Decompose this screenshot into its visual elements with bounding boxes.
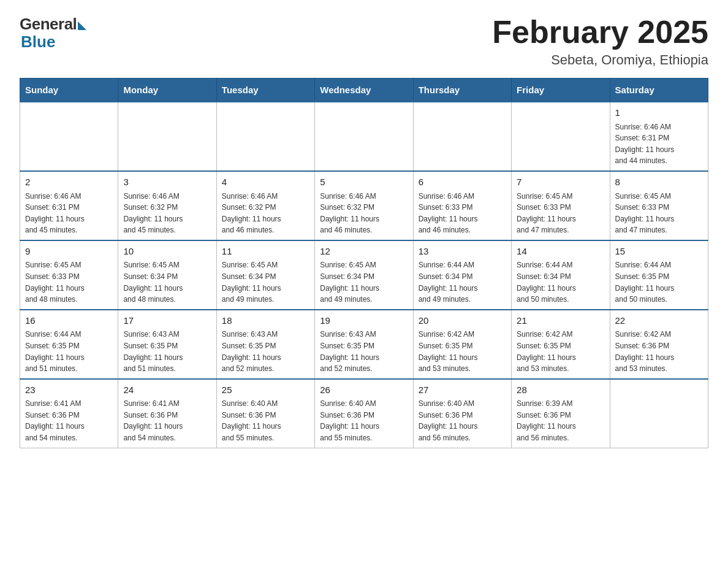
calendar-cell: 24Sunrise: 6:41 AMSunset: 6:36 PMDayligh… [118,379,216,448]
calendar-cell: 1Sunrise: 6:46 AMSunset: 6:31 PMDaylight… [610,102,708,171]
day-number: 27 [419,383,506,397]
calendar-cell: 26Sunrise: 6:40 AMSunset: 6:36 PMDayligh… [315,379,413,448]
day-number: 21 [517,314,604,328]
day-info: Sunrise: 6:43 AMSunset: 6:35 PMDaylight:… [222,329,309,374]
day-number: 24 [123,383,211,397]
calendar-cell: 17Sunrise: 6:43 AMSunset: 6:35 PMDayligh… [118,310,216,379]
day-number: 23 [25,383,113,397]
calendar-title: February 2025 [492,15,708,50]
calendar-cell: 10Sunrise: 6:45 AMSunset: 6:34 PMDayligh… [118,240,216,310]
calendar-table: SundayMondayTuesdayWednesdayThursdayFrid… [20,78,708,448]
day-header-friday: Friday [512,79,610,102]
day-number: 13 [419,245,506,259]
calendar-cell: 20Sunrise: 6:42 AMSunset: 6:35 PMDayligh… [413,310,511,379]
day-number: 28 [517,383,604,397]
calendar-cell [118,102,216,171]
day-number: 26 [320,383,408,397]
day-info: Sunrise: 6:45 AMSunset: 6:34 PMDaylight:… [320,259,408,305]
day-number: 11 [222,245,309,259]
day-info: Sunrise: 6:44 AMSunset: 6:35 PMDaylight:… [25,329,113,374]
day-header-wednesday: Wednesday [315,79,413,102]
week-row-2: 2Sunrise: 6:46 AMSunset: 6:31 PMDaylight… [20,171,708,240]
day-header-monday: Monday [118,79,216,102]
day-info: Sunrise: 6:46 AMSunset: 6:32 PMDaylight:… [320,191,408,236]
calendar-cell [315,102,413,171]
calendar-cell [512,102,610,171]
calendar-cell: 8Sunrise: 6:45 AMSunset: 6:33 PMDaylight… [610,171,708,240]
calendar-cell: 5Sunrise: 6:46 AMSunset: 6:32 PMDaylight… [315,171,413,240]
week-row-4: 16Sunrise: 6:44 AMSunset: 6:35 PMDayligh… [20,310,708,379]
week-row-5: 23Sunrise: 6:41 AMSunset: 6:36 PMDayligh… [20,379,708,448]
day-info: Sunrise: 6:42 AMSunset: 6:36 PMDaylight:… [615,329,703,374]
calendar-cell [20,102,118,171]
day-info: Sunrise: 6:45 AMSunset: 6:34 PMDaylight:… [222,259,309,305]
day-number: 20 [419,314,506,328]
logo: General Blue [20,15,86,52]
title-area: February 2025 Sebeta, Oromiya, Ethiopia [492,15,708,68]
calendar-cell: 13Sunrise: 6:44 AMSunset: 6:34 PMDayligh… [413,240,511,310]
week-row-3: 9Sunrise: 6:45 AMSunset: 6:33 PMDaylight… [20,240,708,310]
day-info: Sunrise: 6:41 AMSunset: 6:36 PMDaylight:… [25,398,113,443]
day-header-tuesday: Tuesday [216,79,314,102]
calendar-cell: 25Sunrise: 6:40 AMSunset: 6:36 PMDayligh… [216,379,314,448]
day-number: 16 [25,314,113,328]
day-info: Sunrise: 6:46 AMSunset: 6:32 PMDaylight:… [222,191,309,236]
day-info: Sunrise: 6:45 AMSunset: 6:33 PMDaylight:… [615,191,703,236]
calendar-cell: 15Sunrise: 6:44 AMSunset: 6:35 PMDayligh… [610,240,708,310]
calendar-header-row: SundayMondayTuesdayWednesdayThursdayFrid… [20,79,708,102]
day-info: Sunrise: 6:40 AMSunset: 6:36 PMDaylight:… [320,398,408,443]
day-number: 19 [320,314,408,328]
calendar-cell: 9Sunrise: 6:45 AMSunset: 6:33 PMDaylight… [20,240,118,310]
day-number: 6 [419,175,506,190]
page-header: General Blue February 2025 Sebeta, Oromi… [20,15,708,68]
day-info: Sunrise: 6:45 AMSunset: 6:33 PMDaylight:… [517,191,604,236]
logo-blue-text: Blue [21,33,55,52]
day-info: Sunrise: 6:45 AMSunset: 6:34 PMDaylight:… [123,259,211,305]
day-number: 1 [615,106,703,120]
calendar-cell: 19Sunrise: 6:43 AMSunset: 6:35 PMDayligh… [315,310,413,379]
calendar-cell [610,379,708,448]
logo-arrow-icon [78,21,86,30]
logo-general-text: General [20,15,77,34]
day-number: 15 [615,245,703,259]
day-number: 7 [517,175,604,190]
day-number: 14 [517,245,604,259]
calendar-cell: 11Sunrise: 6:45 AMSunset: 6:34 PMDayligh… [216,240,314,310]
day-info: Sunrise: 6:46 AMSunset: 6:33 PMDaylight:… [419,191,506,236]
day-info: Sunrise: 6:46 AMSunset: 6:31 PMDaylight:… [615,121,703,167]
day-info: Sunrise: 6:40 AMSunset: 6:36 PMDaylight:… [222,398,309,443]
day-number: 10 [123,245,211,259]
calendar-cell [413,102,511,171]
day-number: 2 [25,175,113,190]
day-info: Sunrise: 6:43 AMSunset: 6:35 PMDaylight:… [123,329,211,374]
calendar-cell: 16Sunrise: 6:44 AMSunset: 6:35 PMDayligh… [20,310,118,379]
day-info: Sunrise: 6:46 AMSunset: 6:32 PMDaylight:… [123,191,211,236]
calendar-subtitle: Sebeta, Oromiya, Ethiopia [492,52,708,68]
day-number: 9 [25,245,113,259]
calendar-cell: 7Sunrise: 6:45 AMSunset: 6:33 PMDaylight… [512,171,610,240]
day-number: 4 [222,175,309,190]
day-info: Sunrise: 6:45 AMSunset: 6:33 PMDaylight:… [25,259,113,305]
day-number: 18 [222,314,309,328]
day-number: 22 [615,314,703,328]
day-info: Sunrise: 6:44 AMSunset: 6:34 PMDaylight:… [517,259,604,305]
calendar-cell: 3Sunrise: 6:46 AMSunset: 6:32 PMDaylight… [118,171,216,240]
calendar-cell: 23Sunrise: 6:41 AMSunset: 6:36 PMDayligh… [20,379,118,448]
day-header-saturday: Saturday [610,79,708,102]
calendar-cell: 27Sunrise: 6:40 AMSunset: 6:36 PMDayligh… [413,379,511,448]
calendar-cell: 14Sunrise: 6:44 AMSunset: 6:34 PMDayligh… [512,240,610,310]
calendar-cell: 12Sunrise: 6:45 AMSunset: 6:34 PMDayligh… [315,240,413,310]
calendar-cell: 6Sunrise: 6:46 AMSunset: 6:33 PMDaylight… [413,171,511,240]
day-info: Sunrise: 6:44 AMSunset: 6:35 PMDaylight:… [615,259,703,305]
day-number: 5 [320,175,408,190]
day-info: Sunrise: 6:43 AMSunset: 6:35 PMDaylight:… [320,329,408,374]
day-number: 3 [123,175,211,190]
day-info: Sunrise: 6:39 AMSunset: 6:36 PMDaylight:… [517,398,604,443]
calendar-cell: 18Sunrise: 6:43 AMSunset: 6:35 PMDayligh… [216,310,314,379]
day-info: Sunrise: 6:41 AMSunset: 6:36 PMDaylight:… [123,398,211,443]
day-header-sunday: Sunday [20,79,118,102]
day-info: Sunrise: 6:46 AMSunset: 6:31 PMDaylight:… [25,191,113,236]
day-info: Sunrise: 6:42 AMSunset: 6:35 PMDaylight:… [517,329,604,374]
day-number: 25 [222,383,309,397]
calendar-cell: 22Sunrise: 6:42 AMSunset: 6:36 PMDayligh… [610,310,708,379]
